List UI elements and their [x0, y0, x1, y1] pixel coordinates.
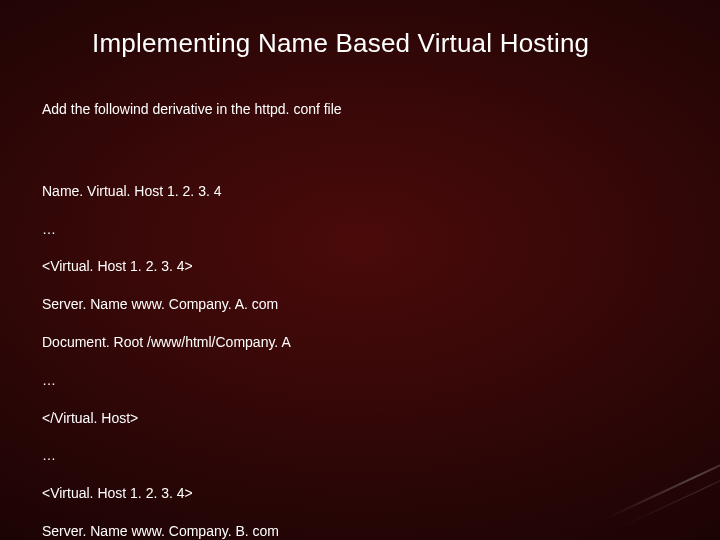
code-line: <Virtual. Host 1. 2. 3. 4>: [42, 257, 720, 276]
slide-subtitle: Add the followind derivative in the http…: [0, 59, 720, 117]
code-line: <Virtual. Host 1. 2. 3. 4>: [42, 484, 720, 503]
code-line: Name. Virtual. Host 1. 2. 3. 4: [42, 182, 720, 201]
slide-title: Implementing Name Based Virtual Hosting: [0, 0, 720, 59]
code-line: …: [42, 371, 720, 390]
config-code-block: Name. Virtual. Host 1. 2. 3. 4 … <Virtua…: [0, 117, 720, 540]
code-line: …: [42, 220, 720, 239]
code-line: Document. Root /www/html/Company. A: [42, 333, 720, 352]
code-line: Server. Name www. Company. B. com: [42, 522, 720, 540]
code-line: </Virtual. Host>: [42, 409, 720, 428]
code-line: …: [42, 446, 720, 465]
code-line: Server. Name www. Company. A. com: [42, 295, 720, 314]
slide: Implementing Name Based Virtual Hosting …: [0, 0, 720, 540]
